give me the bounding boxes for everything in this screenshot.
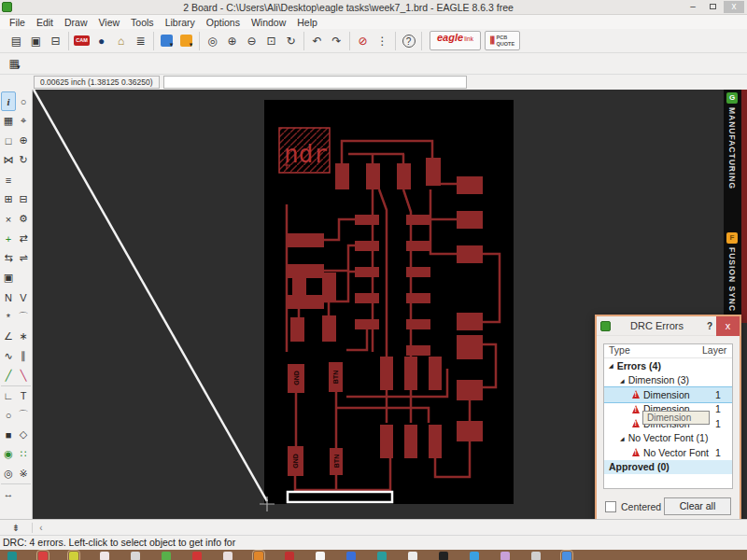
expander-icon[interactable]: ◢: [620, 377, 625, 384]
tree-row-approved[interactable]: Approved (0): [604, 460, 732, 475]
tool-polygon[interactable]: ◇: [16, 425, 31, 444]
save-button[interactable]: ▣: [27, 32, 45, 49]
board-schematic-button[interactable]: ●: [92, 32, 110, 49]
tool-value[interactable]: V: [16, 287, 31, 307]
tool-route-settings[interactable]: ∥: [16, 346, 31, 366]
tool-via[interactable]: ◉: [1, 444, 16, 464]
taskbar-app-icon[interactable]: [316, 552, 325, 560]
tool-add-part[interactable]: +: [1, 229, 16, 248]
zoom-select-button[interactable]: ⊡: [262, 32, 280, 49]
tool-signal[interactable]: ∷: [16, 444, 31, 464]
tool-miter[interactable]: ⌒: [16, 307, 31, 327]
tool-mirror[interactable]: ⋈: [1, 150, 16, 170]
menu-options[interactable]: Options: [201, 17, 246, 28]
eagle-link-button[interactable]: eagle link: [430, 31, 481, 50]
command-input[interactable]: [163, 76, 467, 89]
stop-button[interactable]: ⊘: [354, 32, 372, 49]
run-ulp-button[interactable]: ▾: [177, 32, 195, 49]
tool-meander[interactable]: ∿: [1, 346, 16, 366]
taskbar-app-icon[interactable]: [439, 552, 448, 560]
tool-ratsnest[interactable]: ※: [16, 464, 31, 483]
menu-file[interactable]: File: [4, 17, 31, 28]
zoom-fit-button[interactable]: ◎: [204, 32, 221, 49]
scroll-left-button[interactable]: ‹: [33, 523, 49, 533]
drc-help-button[interactable]: ?: [703, 321, 716, 331]
zoom-in-button[interactable]: ⊕: [223, 32, 241, 49]
taskbar-app-icon[interactable]: [69, 552, 78, 560]
drc-dialog-titlebar[interactable]: DRC Errors ? x: [597, 316, 740, 336]
tool-delete[interactable]: ×: [1, 209, 16, 229]
tool-show[interactable]: ○: [16, 91, 31, 111]
tool-hole[interactable]: ◎: [1, 464, 16, 483]
tool-lock[interactable]: ▣: [1, 268, 16, 287]
column-layer[interactable]: Layer: [702, 344, 732, 357]
tool-align[interactable]: ≡: [1, 170, 16, 189]
taskbar-app-icon[interactable]: [408, 552, 417, 560]
taskbar-app-icon[interactable]: [470, 552, 479, 560]
run-script-button[interactable]: ▾: [158, 32, 176, 49]
taskbar-app-icon[interactable]: [562, 552, 571, 560]
tab-fusion-sync[interactable]: F FUSION SYNC: [726, 232, 738, 312]
taskbar-app-icon[interactable]: [192, 552, 202, 560]
tool-mark[interactable]: ⌖: [16, 111, 31, 131]
tool-pinswap[interactable]: ⇆: [1, 248, 16, 268]
menu-draw[interactable]: Draw: [59, 17, 93, 28]
tool-display-layers[interactable]: ▦: [1, 111, 16, 131]
tool-rect[interactable]: ■: [1, 425, 16, 444]
pcb-quote-button[interactable]: ⫴ PCBQUOTE: [485, 31, 520, 50]
cam-processor-button[interactable]: CAM: [73, 32, 91, 49]
redo-button[interactable]: ↷: [328, 32, 345, 49]
taskbar-app-icon[interactable]: [377, 552, 387, 560]
taskbar-app-icon[interactable]: [346, 552, 356, 560]
menu-view[interactable]: View: [93, 17, 126, 28]
zoom-redraw-button[interactable]: ↻: [282, 32, 300, 49]
tool-split[interactable]: ∠: [1, 327, 16, 346]
tool-change[interactable]: ⚙: [16, 209, 31, 229]
tool-replace[interactable]: ⇄: [16, 229, 31, 248]
tool-info[interactable]: i: [1, 91, 16, 111]
clear-all-button[interactable]: Clear all: [664, 497, 731, 515]
tree-row-no-vector-font[interactable]: No Vector Font 1: [604, 445, 732, 460]
tree-row-dimension-1[interactable]: Dimension 1: [604, 387, 732, 402]
drc-close-button[interactable]: x: [716, 316, 740, 336]
tree-row-no-vector-font-group[interactable]: ◢ No Vector Font (1): [604, 431, 732, 446]
tool-copy[interactable]: ⊞: [1, 189, 16, 209]
taskbar-app-icon[interactable]: [285, 552, 294, 560]
tool-rotate[interactable]: ↻: [16, 150, 31, 170]
centered-checkbox[interactable]: [605, 501, 616, 512]
open-button[interactable]: ▤: [7, 32, 25, 49]
switch-editor-button[interactable]: ⌂: [112, 32, 130, 49]
taskbar-app-icon[interactable]: [131, 552, 140, 560]
zoom-out-button[interactable]: ⊖: [243, 32, 261, 49]
menu-help[interactable]: Help: [291, 17, 323, 28]
tool-name[interactable]: N: [1, 287, 16, 307]
tool-arc[interactable]: ⌒: [16, 405, 31, 425]
grid-button[interactable]: ▦ ▾: [6, 55, 23, 73]
menu-window[interactable]: Window: [246, 17, 291, 28]
close-button[interactable]: x: [724, 1, 744, 13]
help-button[interactable]: ?: [400, 32, 417, 49]
tool-route[interactable]: ╱: [1, 366, 16, 385]
tool-circle[interactable]: ○: [1, 405, 16, 425]
tab-manufacturing[interactable]: G MANUFACTURING: [726, 92, 738, 189]
menu-tools[interactable]: Tools: [125, 17, 160, 28]
minimize-button[interactable]: –: [684, 1, 701, 13]
tool-group[interactable]: □: [1, 131, 16, 150]
print-button[interactable]: ⊟: [47, 32, 64, 49]
menu-library[interactable]: Library: [160, 17, 201, 28]
taskbar-app-icon[interactable]: [531, 552, 541, 560]
tool-move[interactable]: ⊕: [16, 131, 31, 150]
expander-icon[interactable]: ◢: [609, 362, 613, 369]
tree-row-errors[interactable]: ◢ Errors (4): [604, 358, 732, 373]
tool-text[interactable]: T: [16, 385, 31, 405]
tool-wire[interactable]: ∟: [1, 385, 16, 405]
column-type[interactable]: Type: [604, 344, 702, 357]
taskbar-app-icon[interactable]: [162, 552, 171, 560]
taskbar-app-icon[interactable]: [38, 552, 48, 560]
expander-icon[interactable]: ◢: [620, 435, 625, 441]
taskbar-app-icon[interactable]: [100, 552, 109, 560]
tool-smash[interactable]: *: [1, 307, 16, 327]
undo-button[interactable]: ↶: [308, 32, 326, 49]
tree-row-dimension-group[interactable]: ◢ Dimension (3): [604, 373, 732, 388]
tool-measure[interactable]: ↔: [1, 483, 16, 503]
